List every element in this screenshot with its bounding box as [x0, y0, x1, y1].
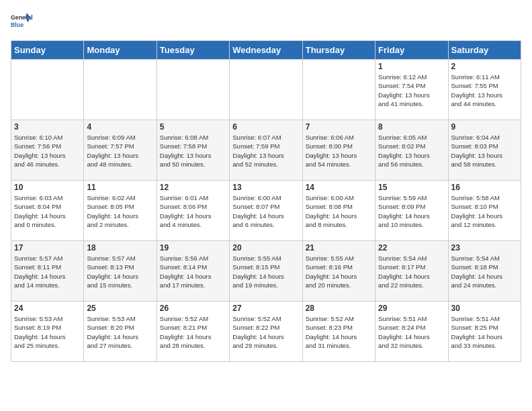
calendar-cell: 6Sunrise: 6:07 AM Sunset: 7:59 PM Daylig…: [230, 120, 302, 181]
header-row: SundayMondayTuesdayWednesdayThursdayFrid…: [11, 41, 521, 60]
day-number: 19: [160, 243, 226, 253]
calendar-cell: 15Sunrise: 5:59 AM Sunset: 8:09 PM Dayli…: [375, 181, 448, 241]
day-info: Sunrise: 6:00 AM Sunset: 8:07 PM Dayligh…: [232, 193, 299, 229]
week-row-1: 1Sunrise: 6:12 AM Sunset: 7:54 PM Daylig…: [11, 60, 521, 120]
day-number: 2: [451, 62, 518, 71]
day-info: Sunrise: 6:01 AM Sunset: 8:06 PM Dayligh…: [160, 193, 226, 229]
calendar-cell: 2Sunrise: 6:11 AM Sunset: 7:55 PM Daylig…: [448, 60, 521, 120]
day-number: 18: [87, 243, 153, 253]
calendar-cell: [302, 60, 375, 120]
calendar-cell: [84, 60, 157, 120]
day-info: Sunrise: 6:06 AM Sunset: 8:00 PM Dayligh…: [306, 133, 372, 169]
header-day-saturday: Saturday: [448, 41, 521, 60]
day-number: 27: [232, 304, 299, 313]
week-row-5: 24Sunrise: 5:53 AM Sunset: 8:19 PM Dayli…: [11, 302, 521, 362]
calendar-cell: 10Sunrise: 6:03 AM Sunset: 8:04 PM Dayli…: [11, 181, 84, 241]
calendar-cell: 19Sunrise: 5:56 AM Sunset: 8:14 PM Dayli…: [157, 241, 229, 302]
header-day-wednesday: Wednesday: [230, 41, 302, 60]
day-info: Sunrise: 5:52 AM Sunset: 8:22 PM Dayligh…: [232, 314, 299, 350]
day-number: 1: [378, 62, 445, 71]
day-number: 4: [87, 122, 153, 132]
calendar-cell: 17Sunrise: 5:57 AM Sunset: 8:11 PM Dayli…: [11, 241, 84, 302]
day-info: Sunrise: 5:52 AM Sunset: 8:23 PM Dayligh…: [306, 314, 372, 350]
day-number: 28: [306, 304, 372, 313]
calendar-cell: 20Sunrise: 5:55 AM Sunset: 8:15 PM Dayli…: [230, 241, 302, 302]
day-number: 20: [232, 243, 299, 253]
day-number: 6: [232, 122, 299, 132]
page-header: GeneralBlue: [11, 11, 521, 32]
day-info: Sunrise: 5:57 AM Sunset: 8:13 PM Dayligh…: [87, 254, 153, 289]
calendar-cell: 9Sunrise: 6:04 AM Sunset: 8:03 PM Daylig…: [448, 120, 521, 181]
day-number: 3: [14, 122, 81, 132]
calendar-cell: 1Sunrise: 6:12 AM Sunset: 7:54 PM Daylig…: [375, 60, 448, 120]
day-info: Sunrise: 5:59 AM Sunset: 8:09 PM Dayligh…: [378, 193, 445, 229]
calendar-cell: 18Sunrise: 5:57 AM Sunset: 8:13 PM Dayli…: [84, 241, 157, 302]
calendar-cell: [157, 60, 229, 120]
calendar-cell: 12Sunrise: 6:01 AM Sunset: 8:06 PM Dayli…: [157, 181, 229, 241]
day-number: 7: [306, 122, 372, 132]
day-number: 16: [451, 183, 518, 192]
day-info: Sunrise: 5:57 AM Sunset: 8:11 PM Dayligh…: [14, 254, 81, 289]
day-number: 13: [232, 183, 299, 192]
day-info: Sunrise: 6:09 AM Sunset: 7:57 PM Dayligh…: [87, 133, 153, 169]
day-info: Sunrise: 5:53 AM Sunset: 8:20 PM Dayligh…: [87, 314, 153, 350]
header-day-thursday: Thursday: [302, 41, 375, 60]
day-info: Sunrise: 5:54 AM Sunset: 8:18 PM Dayligh…: [451, 254, 518, 289]
day-number: 22: [378, 243, 445, 253]
calendar-cell: 11Sunrise: 6:02 AM Sunset: 8:05 PM Dayli…: [84, 181, 157, 241]
day-number: 10: [14, 183, 81, 192]
day-info: Sunrise: 5:54 AM Sunset: 8:17 PM Dayligh…: [378, 254, 445, 289]
day-info: Sunrise: 5:55 AM Sunset: 8:15 PM Dayligh…: [232, 254, 299, 289]
day-number: 14: [306, 183, 372, 192]
calendar-cell: 3Sunrise: 6:10 AM Sunset: 7:56 PM Daylig…: [11, 120, 84, 181]
day-info: Sunrise: 6:08 AM Sunset: 7:58 PM Dayligh…: [160, 133, 226, 169]
day-number: 8: [378, 122, 445, 132]
day-number: 21: [306, 243, 372, 253]
day-number: 25: [87, 304, 153, 313]
week-row-2: 3Sunrise: 6:10 AM Sunset: 7:56 PM Daylig…: [11, 120, 521, 181]
calendar-cell: 27Sunrise: 5:52 AM Sunset: 8:22 PM Dayli…: [230, 302, 302, 362]
calendar-cell: 25Sunrise: 5:53 AM Sunset: 8:20 PM Dayli…: [84, 302, 157, 362]
day-info: Sunrise: 6:12 AM Sunset: 7:54 PM Dayligh…: [378, 73, 445, 108]
calendar-cell: 28Sunrise: 5:52 AM Sunset: 8:23 PM Dayli…: [302, 302, 375, 362]
week-row-4: 17Sunrise: 5:57 AM Sunset: 8:11 PM Dayli…: [11, 241, 521, 302]
header-day-sunday: Sunday: [11, 41, 84, 60]
day-number: 5: [160, 122, 226, 132]
day-info: Sunrise: 5:53 AM Sunset: 8:19 PM Dayligh…: [14, 314, 81, 350]
day-info: Sunrise: 5:56 AM Sunset: 8:14 PM Dayligh…: [160, 254, 226, 289]
logo: GeneralBlue: [11, 11, 32, 32]
calendar-cell: 26Sunrise: 5:52 AM Sunset: 8:21 PM Dayli…: [157, 302, 229, 362]
calendar-cell: 5Sunrise: 6:08 AM Sunset: 7:58 PM Daylig…: [157, 120, 229, 181]
header-day-tuesday: Tuesday: [157, 41, 229, 60]
calendar-cell: 4Sunrise: 6:09 AM Sunset: 7:57 PM Daylig…: [84, 120, 157, 181]
day-info: Sunrise: 6:10 AM Sunset: 7:56 PM Dayligh…: [14, 133, 81, 169]
calendar-cell: 13Sunrise: 6:00 AM Sunset: 8:07 PM Dayli…: [230, 181, 302, 241]
day-number: 17: [14, 243, 81, 253]
calendar-cell: 23Sunrise: 5:54 AM Sunset: 8:18 PM Dayli…: [448, 241, 521, 302]
svg-text:Blue: Blue: [11, 21, 24, 28]
calendar-cell: 7Sunrise: 6:06 AM Sunset: 8:00 PM Daylig…: [302, 120, 375, 181]
day-info: Sunrise: 5:52 AM Sunset: 8:21 PM Dayligh…: [160, 314, 226, 350]
logo-icon: GeneralBlue: [11, 11, 32, 32]
day-number: 15: [378, 183, 445, 192]
day-info: Sunrise: 6:00 AM Sunset: 8:08 PM Dayligh…: [306, 193, 372, 229]
header-day-friday: Friday: [375, 41, 448, 60]
calendar-table: SundayMondayTuesdayWednesdayThursdayFrid…: [11, 40, 521, 362]
calendar-cell: [11, 60, 84, 120]
day-info: Sunrise: 5:58 AM Sunset: 8:10 PM Dayligh…: [451, 193, 518, 229]
day-number: 26: [160, 304, 226, 313]
day-info: Sunrise: 5:51 AM Sunset: 8:25 PM Dayligh…: [451, 314, 518, 350]
calendar-cell: 14Sunrise: 6:00 AM Sunset: 8:08 PM Dayli…: [302, 181, 375, 241]
day-info: Sunrise: 6:02 AM Sunset: 8:05 PM Dayligh…: [87, 193, 153, 229]
day-info: Sunrise: 5:55 AM Sunset: 8:16 PM Dayligh…: [306, 254, 372, 289]
calendar-cell: 30Sunrise: 5:51 AM Sunset: 8:25 PM Dayli…: [448, 302, 521, 362]
calendar-cell: 29Sunrise: 5:51 AM Sunset: 8:24 PM Dayli…: [375, 302, 448, 362]
day-info: Sunrise: 6:03 AM Sunset: 8:04 PM Dayligh…: [14, 193, 81, 229]
day-number: 9: [451, 122, 518, 132]
day-number: 11: [87, 183, 153, 192]
day-number: 24: [14, 304, 81, 313]
day-info: Sunrise: 6:11 AM Sunset: 7:55 PM Dayligh…: [451, 73, 518, 108]
calendar-cell: 8Sunrise: 6:05 AM Sunset: 8:02 PM Daylig…: [375, 120, 448, 181]
calendar-cell: 24Sunrise: 5:53 AM Sunset: 8:19 PM Dayli…: [11, 302, 84, 362]
day-info: Sunrise: 6:04 AM Sunset: 8:03 PM Dayligh…: [451, 133, 518, 169]
